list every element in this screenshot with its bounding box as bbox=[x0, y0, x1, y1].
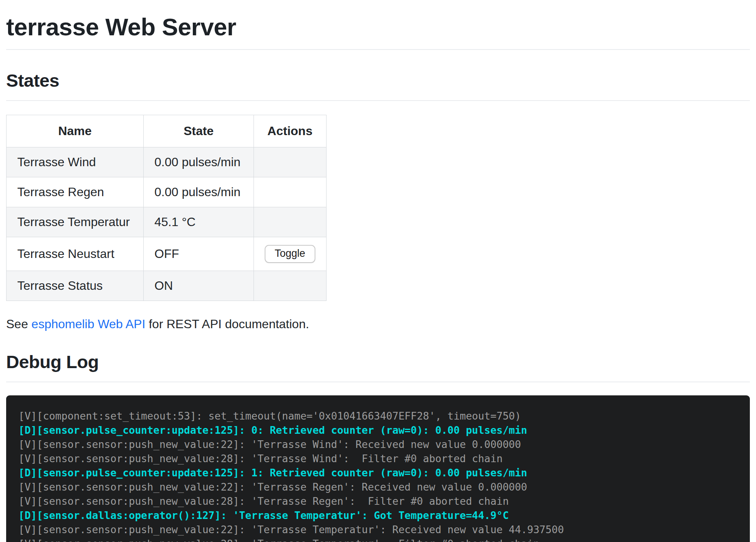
log-line: [D][sensor.pulse_counter:update:125]: 0:… bbox=[18, 423, 738, 437]
log-line: [V][sensor.sensor:push_new_value:28]: 'T… bbox=[18, 537, 738, 542]
states-table: Name State Actions Terrasse Wind 0.00 pu… bbox=[6, 115, 327, 301]
api-note-prefix: See bbox=[6, 317, 32, 331]
state-value: 0.00 pulses/min bbox=[144, 147, 254, 177]
state-name: Terrasse Neustart bbox=[7, 237, 144, 271]
debug-log-console: [V][component:set_timeout:53]: set_timeo… bbox=[6, 395, 750, 542]
log-line: [V][sensor.sensor:push_new_value:22]: 'T… bbox=[18, 480, 738, 494]
state-name: Terrasse Status bbox=[7, 271, 144, 301]
table-row: Terrasse Regen 0.00 pulses/min bbox=[7, 177, 327, 207]
log-line: [D][sensor.pulse_counter:update:125]: 1:… bbox=[18, 466, 738, 480]
state-name: Terrasse Temperatur bbox=[7, 207, 144, 237]
states-heading: States bbox=[6, 70, 750, 101]
column-header-actions: Actions bbox=[254, 115, 327, 147]
state-value: 0.00 pulses/min bbox=[144, 177, 254, 207]
state-actions-cell bbox=[254, 147, 327, 177]
table-header-row: Name State Actions bbox=[7, 115, 327, 147]
state-name: Terrasse Wind bbox=[7, 147, 144, 177]
toggle-button[interactable]: Toggle bbox=[265, 245, 315, 263]
table-row: Terrasse Temperatur 45.1 °C bbox=[7, 207, 327, 237]
state-actions-cell bbox=[254, 177, 327, 207]
log-line: [V][component:set_timeout:53]: set_timeo… bbox=[18, 409, 738, 423]
state-actions-cell bbox=[254, 207, 327, 237]
table-row: Terrasse Status ON bbox=[7, 271, 327, 301]
log-line: [V][sensor.sensor:push_new_value:22]: 'T… bbox=[18, 437, 738, 451]
column-header-state: State bbox=[144, 115, 254, 147]
table-row: Terrasse Wind 0.00 pulses/min bbox=[7, 147, 327, 177]
page-title: terrasse Web Server bbox=[6, 13, 750, 50]
debug-log-heading: Debug Log bbox=[6, 351, 750, 382]
state-name: Terrasse Regen bbox=[7, 177, 144, 207]
log-line: [V][sensor.sensor:push_new_value:28]: 'T… bbox=[18, 451, 738, 466]
api-note-suffix: for REST API documentation. bbox=[145, 317, 309, 331]
state-actions-cell bbox=[254, 271, 327, 301]
web-api-link[interactable]: esphomelib Web API bbox=[32, 317, 145, 331]
log-line: [D][sensor.dallas:operator():127]: 'Terr… bbox=[18, 508, 738, 522]
state-value: OFF bbox=[144, 237, 254, 271]
state-value: 45.1 °C bbox=[144, 207, 254, 237]
column-header-name: Name bbox=[7, 115, 144, 147]
log-line: [V][sensor.sensor:push_new_value:28]: 'T… bbox=[18, 494, 738, 508]
state-actions-cell: Toggle bbox=[254, 237, 327, 271]
table-row: Terrasse Neustart OFF Toggle bbox=[7, 237, 327, 271]
api-note: See esphomelib Web API for REST API docu… bbox=[6, 317, 750, 331]
state-value: ON bbox=[144, 271, 254, 301]
log-line: [V][sensor.sensor:push_new_value:22]: 'T… bbox=[18, 522, 738, 537]
